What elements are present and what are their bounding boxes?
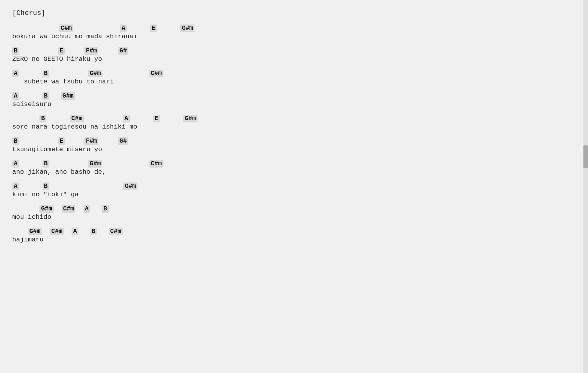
chord-spacer bbox=[54, 205, 61, 213]
chord-line: A B G#m C#m bbox=[12, 160, 576, 168]
chord-badge-cshm2[interactable]: C#m bbox=[109, 228, 123, 235]
chord-badge-gshm[interactable]: G#m bbox=[88, 160, 102, 168]
chord-badge-a[interactable]: A bbox=[12, 160, 19, 168]
chord-spacer bbox=[127, 25, 150, 32]
lyric-line: sore nara togiresou na ishiki mo bbox=[12, 123, 576, 130]
chord-spacer bbox=[84, 115, 123, 122]
chord-badge-e[interactable]: E bbox=[58, 137, 65, 145]
chord-badge-a[interactable]: A bbox=[12, 182, 19, 190]
chord-spacer bbox=[98, 138, 118, 145]
chord-badge-cshm[interactable]: C#m bbox=[149, 160, 163, 168]
chord-spacer bbox=[19, 138, 58, 145]
lyric-line: subete wa tsubu to nari bbox=[12, 78, 576, 85]
chord-spacer bbox=[64, 228, 72, 235]
chord-spacer bbox=[42, 228, 50, 235]
chord-badge-a[interactable]: A bbox=[12, 70, 19, 77]
chord-badge-cshm[interactable]: C#m bbox=[50, 228, 64, 235]
chord-badge-e[interactable]: E bbox=[153, 115, 160, 122]
chord-spacer bbox=[49, 183, 123, 190]
chord-spacer bbox=[160, 115, 183, 122]
chord-badge-b[interactable]: B bbox=[42, 182, 49, 190]
scrollbar-track bbox=[583, 0, 588, 373]
chord-spacer bbox=[49, 160, 88, 168]
section-label: [Chorus] bbox=[12, 9, 576, 17]
chord-spacer bbox=[73, 25, 120, 32]
chord-badge-b[interactable]: B bbox=[12, 137, 19, 145]
chord-spacer bbox=[19, 160, 42, 168]
chord-badge-a[interactable]: A bbox=[83, 205, 90, 213]
chord-spacer bbox=[19, 47, 58, 55]
chord-badge-gsh[interactable]: G# bbox=[118, 47, 128, 55]
chord-spacer bbox=[102, 160, 149, 168]
chord-spacer bbox=[12, 115, 39, 122]
chord-line: G#m C#m A B bbox=[12, 205, 576, 213]
chorus-section: [Chorus] C#m A E G#m bokura wa uchuu mo … bbox=[12, 9, 576, 243]
chord-badge-gshm[interactable]: G#m bbox=[180, 24, 194, 32]
chord-spacer bbox=[19, 183, 42, 190]
chord-badge-gshm[interactable]: G#m bbox=[88, 70, 102, 77]
lyric-line: ano jikan, ano basho de, bbox=[12, 168, 576, 176]
chord-spacer bbox=[49, 93, 61, 100]
lyric-line: mou ichido bbox=[12, 213, 576, 221]
lyric-line: hajimaru bbox=[12, 236, 576, 243]
scrollbar-thumb[interactable] bbox=[583, 145, 588, 168]
chord-badge-b[interactable]: B bbox=[42, 70, 49, 77]
chord-badge-b[interactable]: B bbox=[12, 47, 19, 55]
chord-badge-e[interactable]: E bbox=[150, 24, 157, 32]
lyric-line: saiseisuru bbox=[12, 101, 576, 108]
chord-line: B E F#m G# bbox=[12, 137, 576, 145]
chord-line: A B G#m bbox=[12, 182, 576, 190]
chord-lyric-group: B E F#m G# ZERO no GEETO hiraku yo bbox=[12, 47, 576, 63]
chord-badge-gshm[interactable]: G#m bbox=[39, 205, 54, 213]
lyric-line: bokura wa uchuu mo mada shiranai bbox=[12, 33, 576, 40]
chord-spacer bbox=[49, 70, 88, 77]
chord-spacer bbox=[12, 228, 28, 235]
chord-spacer bbox=[102, 70, 149, 77]
chord-spacer bbox=[19, 70, 42, 77]
chord-badge-e[interactable]: E bbox=[58, 47, 65, 55]
chord-badge-gshm[interactable]: G#m bbox=[123, 182, 137, 190]
chord-line: A B G#m bbox=[12, 92, 576, 100]
chord-line: G#m C#m A B C#m bbox=[12, 228, 576, 235]
chord-badge-gshm[interactable]: G#m bbox=[28, 228, 42, 235]
lyric-line: kimi no "toki" ga bbox=[12, 191, 576, 198]
chord-spacer bbox=[98, 47, 118, 55]
chord-lyric-group: G#m C#m A B C#m hajimaru bbox=[12, 228, 576, 243]
chord-badge-b[interactable]: B bbox=[90, 228, 97, 235]
chord-spacer bbox=[157, 25, 180, 32]
chord-badge-cshm[interactable]: C#m bbox=[62, 205, 76, 213]
chord-badge-cshm[interactable]: C#m bbox=[149, 70, 163, 77]
lyric-line: ZERO no GEETO hiraku yo bbox=[12, 55, 576, 63]
chord-badge-fshm[interactable]: F#m bbox=[84, 137, 98, 145]
chord-badge-b[interactable]: B bbox=[102, 205, 109, 213]
chord-badge-b[interactable]: B bbox=[42, 92, 49, 100]
chord-spacer bbox=[78, 228, 90, 235]
chord-spacer bbox=[90, 205, 102, 213]
chord-lyric-group: A B G#m kimi no "toki" ga bbox=[12, 182, 576, 198]
chord-lyric-group: B E F#m G# tsunagitomete miseru yo bbox=[12, 137, 576, 153]
chord-spacer bbox=[19, 93, 42, 100]
chord-lyric-group: A B G#m C#m subete wa tsubu to nari bbox=[12, 70, 576, 85]
chord-spacer bbox=[130, 115, 153, 122]
chord-badge-gshm[interactable]: G#m bbox=[183, 115, 198, 122]
chord-line: C#m A E G#m bbox=[12, 24, 576, 32]
chord-spacer bbox=[12, 25, 59, 32]
chord-badge-b[interactable]: B bbox=[42, 160, 49, 168]
chord-spacer bbox=[65, 138, 84, 145]
chord-badge-a[interactable]: A bbox=[123, 115, 130, 122]
chord-badge-gsh[interactable]: G# bbox=[118, 137, 128, 145]
lyric-line: tsunagitomete miseru yo bbox=[12, 146, 576, 153]
chord-badge-gshm[interactable]: G#m bbox=[61, 92, 75, 100]
chord-badge-a[interactable]: A bbox=[12, 92, 19, 100]
chord-badge-b[interactable]: B bbox=[39, 115, 46, 122]
chord-badge-a[interactable]: A bbox=[120, 24, 127, 32]
chord-lyric-group: B C#m A E G#m sore nara togiresou na ish… bbox=[12, 115, 576, 130]
chord-badge-cshm[interactable]: C#m bbox=[59, 24, 73, 32]
chord-spacer bbox=[97, 228, 109, 235]
chord-badge-a[interactable]: A bbox=[72, 228, 78, 235]
chord-badge-fshm[interactable]: F#m bbox=[84, 47, 98, 55]
chord-spacer bbox=[46, 115, 70, 122]
chord-badge-cshm[interactable]: C#m bbox=[70, 115, 84, 122]
chord-lyric-group: C#m A E G#m bokura wa uchuu mo mada shir… bbox=[12, 24, 576, 40]
chord-line: B C#m A E G#m bbox=[12, 115, 576, 122]
